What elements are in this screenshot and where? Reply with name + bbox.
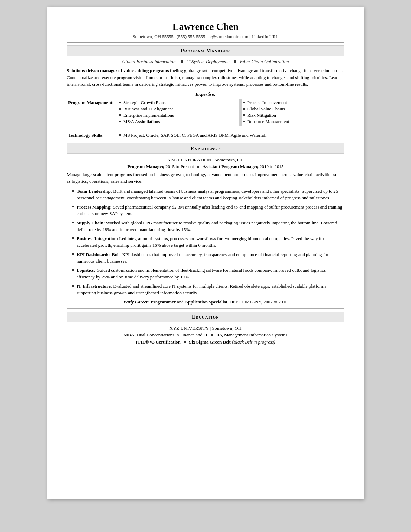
company-name: ABC CORPORATION | Sometown, OH <box>67 157 344 163</box>
job-title-bold-1: Program Manager, <box>127 164 164 169</box>
bullet-label: Business Integration: <box>77 236 118 241</box>
bullet-icon <box>119 121 121 122</box>
early-career-company: DEF COMPANY, 2007 to 2010 <box>229 299 287 305</box>
bullet-icon <box>243 114 245 116</box>
expertise-program-row: Program Management: Strategic Growth Pla… <box>67 99 344 126</box>
bullet-icon <box>72 269 74 271</box>
pm-item-1: Strategic Growth Plans <box>119 100 237 105</box>
early-career-and: and <box>177 299 185 305</box>
expertise-section: Expertise: Program Management: Strategic… <box>67 91 344 140</box>
bullet-icon <box>72 285 74 287</box>
summary-paragraph: Solutions-driven manager of value-adding… <box>67 67 344 88</box>
job-years-1: 2015 to Present <box>165 164 195 169</box>
experience-header-box: Experience <box>67 143 344 154</box>
pm-left-4: M&A Assimilations <box>123 119 160 124</box>
experience-area: Experience ABC CORPORATION | Sometown, O… <box>67 143 344 305</box>
job-title-bold-2: Assistant Program Manager, <box>202 164 258 169</box>
job-years-2: 2010 to 2015 <box>260 164 284 169</box>
title-box: Program Manager <box>67 45 344 56</box>
bullet-sq-2 <box>234 60 236 63</box>
pm-item-3: Enterprise Implementations <box>119 113 237 118</box>
pm-right-item-4: Resource Management <box>243 119 343 124</box>
specialty-1: Global Business Integrations <box>122 59 178 64</box>
bs-text: Management Information Systems <box>224 332 287 338</box>
bullet-icon <box>243 121 245 122</box>
candidate-name: Lawrence Chen <box>67 21 344 32</box>
pm-right-3: Risk Mitigation <box>247 113 276 118</box>
bullet-icon <box>119 114 121 116</box>
certifications-line: ITIL® v3 Certification Six Sigma Green B… <box>67 339 344 345</box>
pm-left-2: Business and IT Alignment <box>123 106 173 112</box>
bullet-icon <box>72 190 74 192</box>
bullet-icon <box>72 237 74 239</box>
bullet-sq-job <box>197 166 199 168</box>
bullet-text: Logistics: Guided customization and impl… <box>77 267 344 281</box>
pm-item-2: Business and IT Alignment <box>119 106 237 112</box>
contact-info: Sometown, OH 55555 | (555) 555-5555 | lc… <box>67 34 344 39</box>
bullet-process-mapping: Process Mapping: Saved pharmaceutical co… <box>67 204 344 217</box>
program-mgmt-left-col: Strategic Growth Plans Business and IT A… <box>118 99 239 126</box>
pm-left-3: Enterprise Implementations <box>123 113 174 118</box>
expertise-row-divider <box>68 129 343 129</box>
resume-page: Lawrence Chen Sometown, OH 55555 | (555)… <box>47 7 364 499</box>
pm-right-2: Global Value Chains <box>247 106 285 112</box>
bullet-label: Team Leadership: <box>77 188 112 194</box>
education-header-box: Education <box>67 312 344 322</box>
early-career-line: Early Career: Programmer and Application… <box>67 299 344 305</box>
early-career-role2: Application Specialist, <box>185 299 228 305</box>
technology-label: Technology Skills: <box>67 132 118 140</box>
bullet-kpi-dashboards: KPI Dashboards: Built KPI dashboards tha… <box>67 251 344 265</box>
bullet-text: Process Mapping: Saved pharmaceutical co… <box>77 204 344 217</box>
bullet-text: Business Integration: Led integration of… <box>77 235 344 249</box>
bullet-sq-edu <box>211 334 213 336</box>
cert-sixsigma: Six Sigma Green Belt <box>189 339 232 345</box>
bullet-text: IT Infrastructure: Evaluated and streaml… <box>77 283 344 296</box>
expertise-tech-row: Technology Skills: MS Project, Oracle, S… <box>67 132 344 140</box>
bullet-it-infrastructure: IT Infrastructure: Evaluated and streaml… <box>67 283 344 296</box>
bullet-icon <box>243 108 245 110</box>
cert-itil: ITIL® v3 Certification <box>136 339 182 345</box>
header-divider <box>67 42 344 43</box>
bullet-text: Supply Chain: Worked with global CPG man… <box>77 219 344 233</box>
tech-item-1: MS Project, Oracle, SAP, SQL, C, PEGA an… <box>119 133 343 138</box>
pm-right-4: Resource Management <box>247 119 289 124</box>
bullet-icon <box>119 108 121 110</box>
expertise-table: Program Management: Strategic Growth Pla… <box>67 99 344 140</box>
education-area: Education XYZ UNIVERSITY | Sometown, OH … <box>67 308 344 345</box>
mba-text: Dual Concentrations in Finance and IT <box>137 332 209 338</box>
specialties-line: Global Business Integrations IT System D… <box>67 59 344 64</box>
cert-belt-in-progress: (Black Belt in progress) <box>232 339 275 345</box>
bullet-icon <box>72 222 74 223</box>
education-header-label: Education <box>192 314 219 320</box>
pm-item-4: M&A Assimilations <box>119 119 237 124</box>
tech-items-col: MS Project, Oracle, SAP, SQL, C, PEGA an… <box>118 132 344 140</box>
expertise-divider-row <box>67 126 344 132</box>
bullet-label: Logistics: <box>77 268 95 273</box>
pm-left-1: Strategic Growth Plans <box>123 100 166 105</box>
specialty-2: IT System Deployments <box>186 59 230 64</box>
tech-text: MS Project, Oracle, SAP, SQL, C, PEGA an… <box>123 133 266 138</box>
experience-header-label: Experience <box>191 146 221 151</box>
bullet-logistics: Logistics: Guided customization and impl… <box>67 267 344 281</box>
bs-bold: BS, <box>216 332 223 338</box>
bullet-team-leadership: Team Leadership: Built and managed talen… <box>67 188 344 201</box>
expertise-title: Expertise: <box>67 91 344 97</box>
bullet-sq-1 <box>181 60 183 63</box>
mba-bold: MBA, <box>124 332 136 338</box>
bullet-label: KPI Dashboards: <box>77 252 111 257</box>
bullet-text: KPI Dashboards: Built KPI dashboards tha… <box>77 251 344 265</box>
education-top-divider <box>67 308 344 309</box>
bullet-supply-chain: Supply Chain: Worked with global CPG man… <box>67 219 344 233</box>
summary-bold-intro: Solutions-driven manager of value-adding… <box>67 68 169 73</box>
pm-right-item-2: Global Value Chains <box>243 106 343 112</box>
bullet-text: Team Leadership: Built and managed talen… <box>77 188 344 201</box>
pm-right-1: Process Improvement <box>247 100 287 105</box>
program-mgmt-right-col: Process Improvement Global Value Chains … <box>242 99 344 126</box>
specialties-area: Global Business Integrations IT System D… <box>67 59 344 64</box>
col-divider <box>239 99 242 126</box>
specialty-3: Value-Chain Optimization <box>239 59 289 64</box>
early-career-italic: Early Career: <box>123 299 149 305</box>
bullet-sq-cert <box>184 341 186 343</box>
title-label: Program Manager <box>181 48 230 53</box>
bullet-icon <box>243 102 245 103</box>
